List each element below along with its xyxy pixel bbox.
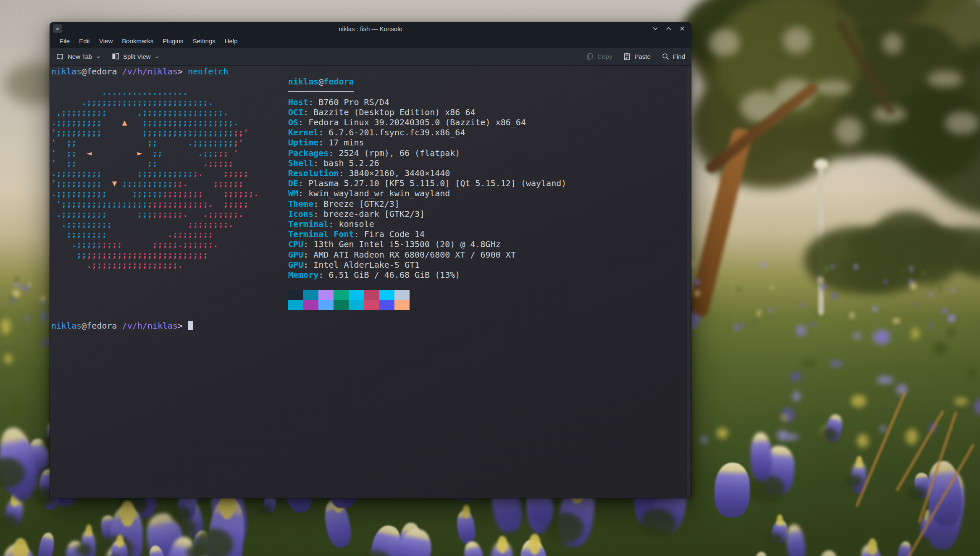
terminal-area[interactable]: niklas@fedora /v/h/niklas> neofetch ....…	[50, 66, 691, 498]
menu-item-bookmarks[interactable]: Bookmarks	[117, 36, 158, 46]
find-icon	[662, 53, 670, 61]
window-title: niklas : fish — Konsole	[50, 25, 691, 32]
palette-color-7	[394, 290, 410, 300]
palette-color-5	[364, 290, 379, 300]
new-tab-label: New Tab	[68, 53, 92, 60]
menu-item-file[interactable]: File	[55, 36, 74, 46]
palette-color-14	[379, 300, 394, 310]
palette-color-3	[334, 290, 349, 300]
terminal-cursor	[188, 321, 193, 330]
palette-color-4	[349, 290, 364, 300]
prompt-line-2: niklas@fedora /v/h/niklas>	[51, 321, 193, 331]
paste-label: Paste	[634, 53, 650, 60]
menu-item-edit[interactable]: Edit	[74, 36, 95, 46]
menu-item-view[interactable]: View	[95, 36, 117, 46]
palette-color-9	[303, 300, 318, 310]
menu-item-plugins[interactable]: Plugins	[158, 36, 188, 46]
find-button[interactable]: Find	[662, 53, 685, 61]
palette-color-6	[379, 290, 394, 300]
prompt-line-1: niklas@fedora /v/h/niklas> neofetch	[51, 66, 228, 76]
copy-label: Copy	[597, 53, 612, 60]
copy-icon	[586, 53, 594, 61]
konsole-window: > niklas : fish — Konsole FileEditViewBo…	[50, 22, 691, 498]
paste-button[interactable]: Paste	[623, 53, 650, 61]
neofetch-info: niklas@fedora ───────────── Host: B760 P…	[288, 76, 566, 280]
menu-item-settings[interactable]: Settings	[188, 36, 220, 46]
split-view-label: Split View	[123, 53, 151, 60]
palette-color-0	[288, 290, 303, 300]
palette-color-8	[288, 300, 303, 310]
new-tab-button[interactable]: New Tab	[56, 52, 100, 61]
split-view-caret-icon	[155, 55, 159, 59]
new-tab-icon	[56, 52, 64, 61]
palette-color-11	[334, 300, 349, 310]
split-view-button[interactable]: Split View	[111, 52, 159, 61]
palette-color-1	[303, 290, 318, 300]
split-view-icon	[111, 52, 120, 61]
toolbar: New Tab Split View Copy	[50, 47, 691, 66]
neofetch-color-palette	[288, 290, 410, 310]
new-tab-caret-icon	[96, 55, 100, 59]
menu-item-help[interactable]: Help	[220, 36, 242, 46]
palette-color-12	[349, 300, 364, 310]
close-button[interactable]	[678, 24, 687, 33]
paste-icon	[623, 53, 631, 61]
palette-color-10	[318, 300, 334, 310]
find-label: Find	[673, 53, 685, 60]
copy-button[interactable]: Copy	[586, 53, 612, 61]
titlebar[interactable]: > niklas : fish — Konsole	[50, 22, 691, 35]
menubar: FileEditViewBookmarksPluginsSettingsHelp	[50, 35, 691, 47]
maximize-button[interactable]	[664, 24, 673, 33]
terminal-scrollbar[interactable]	[687, 67, 690, 496]
palette-color-2	[318, 290, 334, 300]
neofetch-ascii-logo: ................. .;;;;;;;;;;;;;;;;;;;;;…	[51, 87, 259, 270]
konsole-app-icon: >	[53, 24, 62, 33]
palette-color-15	[394, 300, 410, 310]
palette-color-13	[364, 300, 379, 310]
minimize-button[interactable]	[651, 24, 660, 33]
